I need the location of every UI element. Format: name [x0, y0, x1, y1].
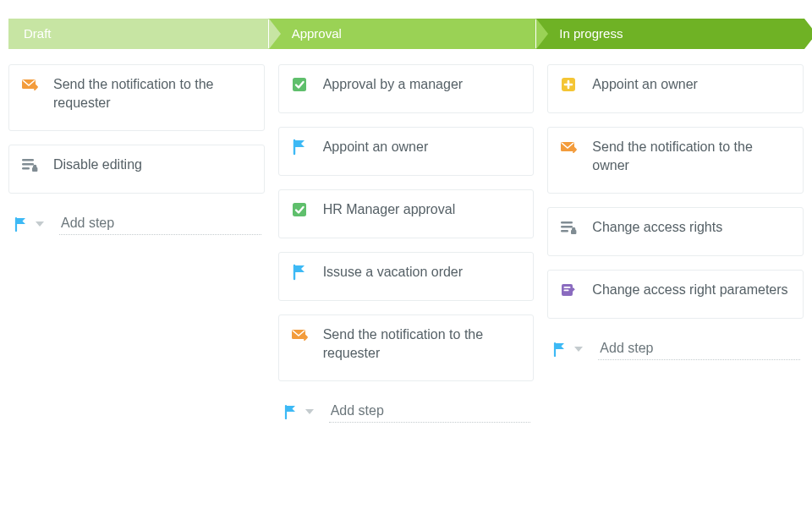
step-card[interactable]: Disable editing	[8, 145, 265, 194]
chevron-down-icon[interactable]	[574, 347, 583, 352]
flag-icon[interactable]	[552, 342, 568, 357]
add-step-row	[547, 332, 804, 365]
svg-rect-12	[561, 230, 568, 232]
svg-rect-16	[564, 290, 569, 292]
process-board: Draft Approval In progress Send the noti…	[0, 0, 812, 453]
step-card[interactable]: Issuse a vacation order	[278, 252, 535, 301]
lock-list-icon	[21, 156, 38, 173]
step-label: Change access right parameters	[592, 281, 791, 299]
flag-icon[interactable]	[14, 216, 29, 232]
column-draft: Send the notification to the requester D…	[8, 64, 265, 428]
columns: Send the notification to the requester D…	[8, 64, 804, 428]
plus-icon	[560, 76, 577, 93]
add-step-input[interactable]	[329, 400, 531, 423]
check-icon	[291, 76, 308, 93]
step-card[interactable]: Approval by a manager	[278, 64, 535, 113]
step-label: Approval by a manager	[323, 75, 522, 94]
svg-rect-1	[22, 159, 34, 161]
flag-icon	[291, 264, 308, 281]
edit-icon	[560, 282, 577, 298]
svg-rect-3	[22, 167, 30, 170]
svg-rect-2	[22, 163, 34, 166]
stage-approval[interactable]: Approval	[268, 19, 537, 49]
lock-list-icon	[560, 219, 577, 236]
step-label: Issuse a vacation order	[323, 263, 522, 282]
svg-rect-5	[293, 78, 306, 91]
add-step-input[interactable]	[59, 212, 261, 235]
svg-rect-10	[561, 221, 573, 224]
step-label: Change access rights	[592, 218, 791, 237]
add-step-row	[8, 207, 265, 240]
step-card[interactable]: Appoint an owner	[278, 127, 535, 176]
step-label: Send the notification to the owner	[592, 138, 791, 174]
step-label: HR Manager approval	[323, 200, 522, 219]
envelope-icon	[21, 76, 38, 93]
add-step-row	[278, 395, 535, 428]
step-card[interactable]: HR Manager approval	[278, 189, 535, 238]
check-icon	[291, 201, 308, 218]
envelope-icon	[291, 326, 308, 343]
stage-title: Approval	[292, 26, 342, 41]
step-card[interactable]: Appoint an owner	[547, 64, 804, 113]
svg-rect-13	[571, 230, 576, 234]
stage-draft[interactable]: Draft	[8, 19, 269, 49]
stage-in-progress[interactable]: In progress	[535, 19, 804, 49]
step-card[interactable]: Change access right parameters	[547, 270, 804, 319]
step-label: Send the notification to the requester	[323, 325, 522, 362]
step-label: Disable editing	[53, 156, 252, 174]
chevron-down-icon[interactable]	[36, 221, 44, 227]
stage-title: Draft	[24, 26, 52, 41]
step-label: Send the notification to the requester	[53, 75, 252, 112]
svg-rect-6	[293, 203, 306, 216]
stage-title: In progress	[559, 26, 623, 41]
step-card[interactable]: Send the notification to the requester	[8, 64, 265, 131]
step-label: Appoint an owner	[323, 138, 522, 156]
step-card[interactable]: Change access rights	[547, 207, 804, 256]
flag-icon[interactable]	[283, 404, 299, 419]
envelope-icon	[560, 139, 577, 156]
column-approval: Approval by a manager Appoint an owner H…	[278, 64, 535, 428]
svg-rect-11	[561, 226, 573, 228]
step-label: Appoint an owner	[592, 75, 791, 94]
chevron-down-icon[interactable]	[305, 409, 314, 414]
column-in-progress: Appoint an owner Send the notification t…	[547, 64, 804, 428]
step-card[interactable]: Send the notification to the requester	[278, 314, 535, 381]
step-card[interactable]: Send the notification to the owner	[547, 127, 804, 194]
stage-bar: Draft Approval In progress	[8, 19, 804, 49]
add-step-input[interactable]	[598, 337, 800, 360]
svg-rect-15	[564, 287, 571, 288]
flag-icon	[291, 139, 308, 156]
svg-rect-4	[32, 167, 37, 172]
